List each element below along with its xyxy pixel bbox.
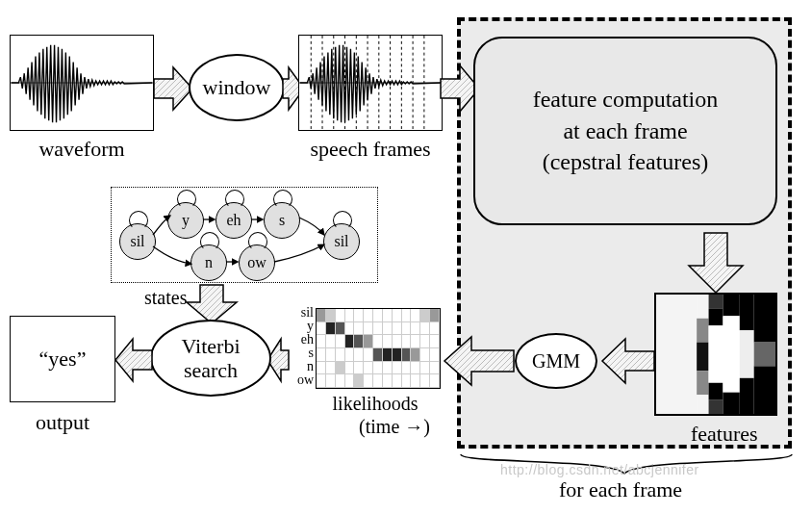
svg-rect-33	[740, 295, 754, 330]
svg-rect-31	[723, 316, 739, 392]
likelihoods-grid	[317, 309, 440, 388]
svg-rect-25	[709, 295, 723, 309]
waveform-label: waveform	[10, 137, 154, 162]
svg-rect-19	[656, 295, 697, 414]
features-box	[654, 293, 777, 416]
svg-marker-43	[115, 339, 152, 381]
svg-rect-36	[754, 295, 775, 343]
svg-rect-23	[697, 371, 708, 395]
likelihoods-time-caption: (time →)	[308, 416, 481, 438]
waveform-box	[10, 35, 154, 131]
svg-marker-39	[602, 339, 654, 383]
gmm-node: GMM	[515, 333, 597, 389]
svg-rect-35	[740, 378, 754, 414]
feature-line2: at each frame	[533, 116, 719, 146]
diagram-canvas: waveform window speech frames	[0, 0, 812, 514]
state-transitions	[111, 187, 378, 283]
feature-computation-box: feature computation at each frame (cepst…	[473, 37, 777, 225]
speech-frames-label: speech frames	[289, 137, 452, 162]
arrow-viterbi-to-output	[115, 339, 152, 381]
likelihoods-caption: likelihoods	[289, 393, 462, 415]
viterbi-node: Viterbi search	[150, 320, 271, 397]
svg-rect-21	[697, 319, 708, 343]
features-label: features	[691, 422, 797, 447]
per-frame-label: for each frame	[452, 477, 789, 502]
likelihoods-row-labels: sil y eh s n ow	[285, 306, 314, 387]
arrow-features-to-gmm	[602, 339, 654, 383]
window-label: window	[203, 75, 271, 100]
output-label: output	[10, 410, 115, 435]
svg-rect-20	[697, 295, 708, 319]
svg-marker-17	[689, 233, 743, 293]
per-frame-brace	[457, 450, 796, 479]
speech-frames-plot	[299, 36, 442, 130]
waveform-plot	[11, 36, 153, 130]
svg-rect-37	[754, 343, 775, 367]
speech-frames-box	[298, 35, 443, 131]
svg-rect-32	[723, 393, 739, 414]
viterbi-line1: Viterbi	[182, 334, 241, 358]
likelihoods-box	[316, 308, 441, 389]
output-box: “yes”	[10, 316, 115, 402]
window-node: window	[189, 54, 285, 121]
arrow-waveform-to-window	[154, 67, 192, 110]
svg-rect-24	[697, 395, 708, 414]
arrow-gmm-to-likelihoods	[444, 337, 514, 385]
gmm-label: GMM	[532, 350, 580, 373]
features-spectrogram	[656, 295, 775, 414]
feature-line3: (cepstral features)	[533, 146, 719, 177]
svg-rect-28	[709, 383, 723, 399]
svg-marker-42	[187, 285, 237, 323]
arrow-states-to-viterbi	[187, 285, 237, 323]
svg-rect-30	[723, 295, 739, 316]
output-value: “yes”	[39, 347, 87, 372]
svg-rect-27	[709, 325, 723, 383]
feature-line1: feature computation	[533, 84, 719, 115]
svg-rect-34	[740, 330, 754, 378]
svg-rect-22	[697, 343, 708, 372]
svg-marker-2	[154, 67, 192, 110]
arrow-feature-to-features	[689, 233, 743, 293]
svg-rect-38	[754, 366, 775, 414]
svg-rect-26	[709, 309, 723, 325]
svg-rect-29	[709, 399, 723, 414]
viterbi-line2: search	[184, 358, 238, 382]
svg-marker-40	[444, 337, 514, 385]
